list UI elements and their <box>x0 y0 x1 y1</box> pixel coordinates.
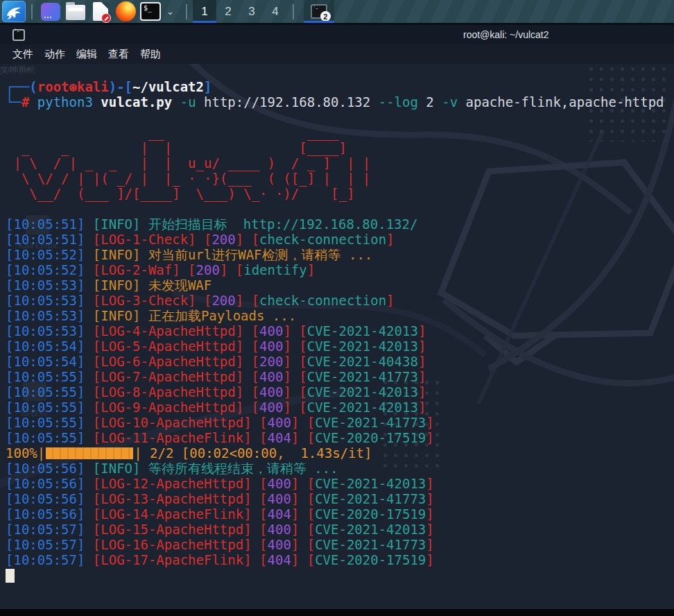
terminal-cursor <box>6 569 15 583</box>
terminal-text: ] [ <box>283 339 306 354</box>
terminal-text: vulcat.py <box>101 94 180 110</box>
chevron-down-icon[interactable]: ⌄ <box>166 6 174 17</box>
terminal-text: [LOG-10-ApacheHttpd] [ <box>85 415 267 430</box>
terminal-text: 400 <box>259 339 283 354</box>
terminal-text: ] [ <box>291 537 315 552</box>
terminal-text: _ _ | | [____] <box>6 140 347 155</box>
dashboard-launcher[interactable] <box>40 1 61 22</box>
terminal-window-button[interactable]: ˋ- 2 <box>304 0 334 23</box>
menu-help[interactable]: 帮助 <box>140 48 161 61</box>
terminal-launcher[interactable]: $_ <box>140 1 161 22</box>
terminal-line: [10:05:55] [LOG-7-ApacheHttpd] [400] [CV… <box>6 369 674 384</box>
terminal-text: [LOG-11-ApacheFlink] [ <box>85 430 267 445</box>
terminal-text: CVE-2021-41773 <box>315 537 426 552</box>
text-editor-launcher[interactable] <box>90 1 111 22</box>
terminal-text: [LOG-14-ApacheFlink] [ <box>85 506 267 522</box>
terminal-line: [10:05:54] [LOG-6-ApacheHttpd] [200] [CV… <box>6 354 674 369</box>
terminal-text: \ \/ / | |( _/ | |_ · ·}(___ ( ([_] | | … <box>6 171 370 186</box>
taskbar-separator <box>31 4 33 19</box>
terminal-line: [10:05:54] [LOG-5-ApacheHttpd] [400] [CV… <box>6 339 674 354</box>
terminal-text: [10:05:51] <box>6 216 85 232</box>
terminal-line: └─# python3 vulcat.py -u http://192.168.… <box>6 94 674 110</box>
terminal-text: ] [ <box>291 522 315 537</box>
workspace-label: 4 <box>272 5 278 19</box>
terminal-text: CVE-2021-42013 <box>315 476 426 491</box>
terminal-text: CVE-2021-42013 <box>315 522 426 537</box>
terminal-text: [10:05:56] <box>6 461 85 476</box>
terminal-text: [LOG-6-ApacheHttpd] [ <box>85 354 259 369</box>
terminal-line: [10:05:53] [INFO] 正在加载Payloads ... <box>6 308 674 323</box>
desktop-bottom-edge <box>0 609 674 616</box>
terminal-text: └─ <box>6 94 21 110</box>
workspace-3[interactable]: 3 <box>240 0 263 23</box>
terminal-text: 404 <box>268 552 291 567</box>
terminal-text: identify <box>243 262 307 277</box>
menu-file[interactable]: 文件 <box>12 48 33 61</box>
terminal-text: 200 <box>196 262 220 277</box>
terminal-text: -v <box>442 94 465 110</box>
desktop-icon-sublime: sublime <box>0 64 31 74</box>
terminal-text: [LOG-8-ApacheHttpd] [ <box>85 384 259 400</box>
terminal-text: 400 <box>268 522 291 537</box>
terminal-text: CVE-2020-17519 <box>315 506 426 522</box>
firefox-icon <box>116 1 136 22</box>
terminal-text: 100%| <box>6 445 45 461</box>
terminal-text: 404 <box>268 430 291 445</box>
terminal-text: [INFO] 未发现WAF <box>85 277 211 293</box>
terminal-text: [10:05:54] <box>6 339 85 354</box>
document-icon <box>93 2 108 21</box>
terminal-line <box>6 110 674 125</box>
terminal-text: ] <box>418 369 426 384</box>
workspace-2[interactable]: 2 <box>216 0 240 23</box>
terminal-text: http://192.168.80.132 <box>204 94 379 110</box>
menu-edit[interactable]: 编辑 <box>76 48 97 61</box>
terminal-line: _ _ | | [____] <box>6 140 674 155</box>
terminal-text: ] <box>426 415 433 430</box>
terminal-text: ] [ <box>283 369 306 384</box>
terminal-text: [10:05:56] <box>6 476 85 491</box>
terminal-text: | 2/2 [00:02<00:00, 1.43s/it] <box>134 445 372 461</box>
terminal-screen[interactable]: Kali Linux 回收站 文件系统 sublime ┌──(root⊛kal… <box>0 64 674 609</box>
terminal-text: [10:05:56] <box>6 491 85 506</box>
workspace-label: 2 <box>225 5 231 19</box>
terminal-text: CVE-2021-41773 <box>315 415 426 430</box>
terminal-text: ] [ <box>291 415 315 430</box>
terminal-text: [10:05:57] <box>6 552 85 567</box>
terminal-text: ] [ <box>291 476 315 491</box>
workspace-1[interactable]: 1 <box>193 0 216 23</box>
kali-menu-button[interactable] <box>2 1 26 22</box>
file-manager-launcher[interactable] <box>65 1 86 22</box>
terminal-text: [LOG-17-ApacheFlink] [ <box>85 552 267 567</box>
terminal-text: [INFO] 对当前url进行WAF检测，请稍等 ... <box>85 247 372 262</box>
terminal-text: ] <box>307 262 315 277</box>
terminal-text: [LOG-5-ApacheHttpd] [ <box>85 339 259 354</box>
edit-badge-icon <box>101 13 111 23</box>
menu-view[interactable]: 查看 <box>108 48 129 61</box>
terminal-line <box>6 567 674 583</box>
terminal-line: [10:05:51] [LOG-1-Check] [200] [check-co… <box>6 232 674 247</box>
terminal-line: [10:05:55] [LOG-9-ApacheHttpd] [400] [CV… <box>6 400 674 415</box>
terminal-text: ┌──( <box>6 79 37 94</box>
terminal-text: [10:05:56] <box>6 506 85 522</box>
workspace-4[interactable]: 4 <box>263 0 287 23</box>
window-terminal-icon <box>12 29 25 41</box>
terminal-text: CVE-2020-17519 <box>315 552 426 567</box>
terminal-line: 100%|| 2/2 [00:02<00:00, 1.43s/it] <box>6 445 674 461</box>
terminal-text: 400 <box>268 537 291 552</box>
terminal-line: [10:05:53] [INFO] 未发现WAF <box>6 277 674 293</box>
terminal-text: ] <box>418 384 426 400</box>
menu-actions[interactable]: 动作 <box>44 48 65 61</box>
terminal-text: CVE-2021-41773 <box>315 491 426 506</box>
terminal-text: ] <box>426 506 433 522</box>
firefox-launcher[interactable] <box>115 1 136 22</box>
terminal-text: 400 <box>268 491 291 506</box>
terminal-text: [10:05:57] <box>6 537 85 552</box>
terminal-line: [10:05:55] [LOG-10-ApacheHttpd] [400] [C… <box>6 415 674 430</box>
terminal-text: check-connection <box>259 293 386 308</box>
menu-bar: 文件 动作 编辑 查看 帮助 <box>0 44 674 64</box>
window-count-badge: 2 <box>320 11 331 22</box>
terminal-text: CVE-2021-41773 <box>307 369 418 384</box>
terminal-line: \ \/ / | |( _/ | |_ · ·}(___ ( ([_] | | … <box>6 171 674 186</box>
terminal-text: ] [ <box>291 552 315 567</box>
terminal-text: [10:05:51] <box>6 232 85 247</box>
